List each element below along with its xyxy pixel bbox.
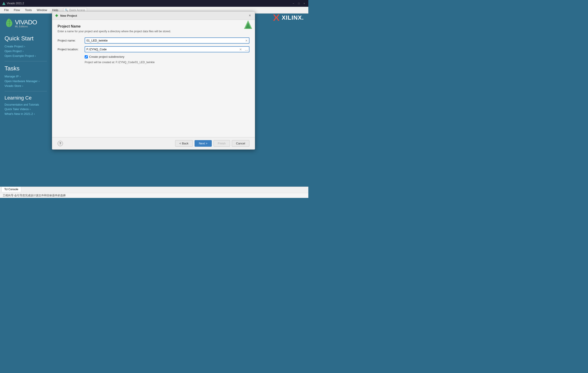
chevron-right-icon-2: › (22, 49, 23, 53)
menu-flow[interactable]: Flow (11, 8, 22, 13)
project-name-label: Project name: (58, 39, 85, 42)
dialog-section-title: Project Name (58, 24, 249, 28)
chevron-right-icon-6: › (22, 84, 23, 88)
menu-file[interactable]: File (2, 8, 11, 13)
dialog-close-button[interactable]: × (248, 13, 252, 18)
create-subdirectory-row: Create project subdirectory (58, 55, 249, 58)
chevron-right-icon-8: › (34, 112, 35, 115)
menu-tools[interactable]: Tools (22, 8, 34, 13)
divider-2 (4, 91, 47, 91)
xilinx-text: XILINX. (282, 14, 304, 21)
quick-take-label: Quick Take Videos (4, 107, 29, 111)
project-location-browse-button[interactable]: … (244, 47, 249, 52)
chevron-right-icon-4: › (20, 75, 21, 78)
chevron-right-icon-5: › (39, 79, 40, 83)
project-location-clear-button[interactable]: ✕ (239, 47, 243, 52)
chevron-right-icon: › (24, 45, 25, 48)
open-hw-label: Open Hardware Manager (4, 79, 38, 83)
quick-start-title: Quick Start (4, 35, 47, 42)
doc-tutorials-link[interactable]: Documentation and Tutorials (4, 103, 47, 106)
dialog-body: Project Name Enter a name for your proje… (52, 20, 255, 137)
project-location-row: Project location: ✕ … (58, 46, 249, 52)
xilinx-logo: XILINX. (272, 13, 304, 22)
open-project-label: Open Project (4, 49, 22, 53)
svg-marker-0 (273, 14, 279, 21)
vivado-arrow-decoration (243, 20, 252, 31)
back-button[interactable]: < Back (175, 140, 193, 147)
open-hw-link[interactable]: Open Hardware Manager › (4, 79, 47, 83)
dialog-title-bar: New Project × (52, 11, 255, 20)
chevron-right-icon-7: › (30, 107, 31, 111)
whats-new-link[interactable]: What's New in 2021.2 › (4, 112, 47, 115)
project-name-clear-button[interactable]: ✕ (244, 39, 249, 43)
create-project-link[interactable]: Create Project › (4, 45, 47, 48)
chevron-right-icon-3: › (35, 54, 36, 58)
project-location-label: Project location: (58, 48, 85, 51)
vivado-leaf-icon (4, 18, 13, 28)
project-location-input-wrap: ✕ … (85, 46, 249, 52)
project-location-input[interactable] (85, 46, 249, 52)
cancel-button[interactable]: Cancel (232, 140, 249, 147)
next-button[interactable]: Next > (195, 140, 212, 147)
project-name-row: Project name: ✕ (58, 37, 249, 43)
project-name-input[interactable] (85, 37, 249, 43)
create-subdirectory-checkbox[interactable] (85, 55, 88, 58)
open-project-link[interactable]: Open Project › (4, 49, 47, 53)
xilinx-logo-icon (272, 13, 280, 22)
dialog-title-text: New Project (60, 14, 77, 17)
finish-button[interactable]: Finish (213, 140, 230, 147)
dialog-footer-left: ? (58, 141, 63, 146)
vivado-logo: VIVADO ML Editions (4, 18, 47, 28)
status-bar: Tcl Console 工程向导 会引导您完成设计源文件和目标器件的选择 (0, 186, 308, 198)
manage-ip-link[interactable]: Manage IP › (4, 75, 47, 78)
project-name-input-wrap: ✕ (85, 37, 249, 43)
app-icon (2, 2, 5, 5)
dialog-footer: ? < Back Next > Finish Cancel (52, 137, 255, 149)
dialog-footer-right: < Back Next > Finish Cancel (175, 140, 249, 147)
manage-ip-label: Manage IP (4, 75, 19, 78)
vivado-store-link[interactable]: Vivado Store › (4, 84, 47, 88)
left-panel: VIVADO ML Editions Quick Start Create Pr… (0, 13, 52, 184)
vivado-arrow-icon (243, 20, 252, 30)
dialog-title-icon (55, 14, 58, 17)
open-example-link[interactable]: Open Example Project › (4, 54, 47, 58)
minimize-button[interactable]: − (292, 1, 295, 5)
tcl-console-tab[interactable]: Tcl Console (1, 186, 21, 192)
tasks-title: Tasks (4, 65, 47, 72)
create-subdirectory-label: Create project subdirectory (89, 55, 124, 58)
project-path-info: Project will be created at: F:/ZYNQ_Code… (58, 61, 249, 64)
help-button[interactable]: ? (58, 141, 63, 146)
close-button[interactable]: × (303, 1, 306, 5)
title-bar-left: Vivado 2021.2 (2, 2, 24, 5)
title-bar: Vivado 2021.2 − □ × (0, 0, 308, 7)
learning-title: Learning Ce (4, 95, 47, 101)
new-project-dialog: New Project × Project Name Enter a name … (52, 11, 255, 150)
dialog-title-left: New Project (55, 14, 77, 17)
vivado-logo-text: VIVADO (15, 19, 37, 26)
create-project-label: Create Project (4, 45, 23, 48)
app-title: Vivado 2021.2 (7, 2, 24, 5)
dialog-description: Enter a name for your project and specif… (58, 30, 249, 33)
quick-take-link[interactable]: Quick Take Videos › (4, 107, 47, 111)
menu-window[interactable]: Window (34, 8, 49, 13)
vivado-store-label: Vivado Store (4, 84, 21, 88)
vivado-logo-text-group: VIVADO ML Editions (15, 19, 37, 28)
maximize-button[interactable]: □ (297, 1, 301, 5)
title-bar-controls: − □ × (292, 1, 306, 5)
status-text: 工程向导 会引导您完成设计源文件和目标器件的选择 (0, 193, 308, 198)
open-example-label: Open Example Project (4, 54, 34, 58)
whats-new-label: What's New in 2021.2 (4, 112, 33, 115)
